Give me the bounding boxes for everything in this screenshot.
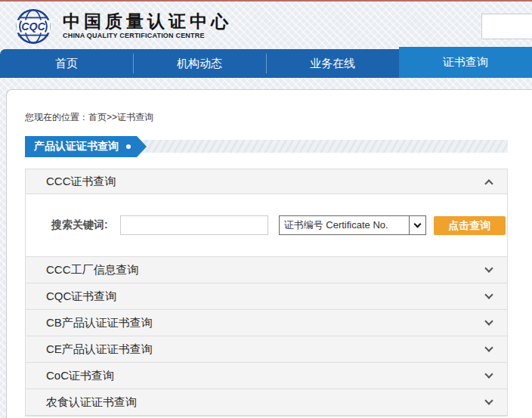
chevron-down-icon [484,370,493,378]
top-accent-line [0,0,532,2]
section-cqc-certificate[interactable]: CQC证书查询 [26,283,507,310]
section-label: CCC工厂信息查询 [46,263,486,277]
section-agrifood-certificate[interactable]: 农食认证证书查询 [26,389,507,416]
chevron-down-icon [484,343,493,351]
breadcrumb: 您现在的位置：首页>>证书查询 [25,111,153,124]
chevron-down-icon [484,290,493,299]
main-nav: 首页 机构动态 业务在线 证书查询 [0,49,532,78]
keyword-input[interactable] [120,215,268,235]
page: CQC 中国质量认证中心 CHINA QUALITY CERTIFICATION… [0,0,532,418]
section-label: CE产品认证证书查询 [46,342,486,357]
logo-text: CQC [21,20,45,33]
page-title-label: 产品认证证书查询 [34,140,119,153]
nav-item-news[interactable]: 机构动态 [133,49,266,78]
site-title: 中国质量认证中心 [63,12,232,30]
section-ccc-factory-info[interactable]: CCC工厂信息查询 [26,257,507,283]
chevron-down-icon [484,317,493,325]
keyword-label: 搜索关键词: [51,218,108,232]
content-panel: 您现在的位置：首页>>证书查询 产品认证证书查询 CCC证书查询 搜索关键词: … [6,89,532,418]
chevron-down-icon [413,221,421,228]
brand-block: 中国质量认证中心 CHINA QUALITY CERTIFICATION CEN… [63,8,232,39]
banner-arrow-icon [137,136,147,157]
section-ccc-certificate[interactable]: CCC证书查询 [26,169,507,194]
search-submit-button[interactable]: 点击查询 [434,216,506,235]
section-cb-certificate[interactable]: CB产品认证证书查询 [26,310,507,336]
banner-dot-icon [126,144,131,149]
header-search-box[interactable] [481,14,532,39]
cqc-globe-icon: CQC [14,8,52,45]
section-coc-certificate[interactable]: CoC证书查询 [26,363,507,389]
query-accordion: CCC证书查询 搜索关键词: 证书编号 Certificate No. 点击查询… [25,169,508,416]
ccc-search-form: 搜索关键词: 证书编号 Certificate No. 点击查询 [26,194,507,257]
nav-item-certificate-query[interactable]: 证书查询 [399,47,532,78]
page-title: 产品认证证书查询 [25,136,147,157]
nav-item-home[interactable]: 首页 [0,49,133,78]
logo-link[interactable]: CQC 中国质量认证中心 CHINA QUALITY CERTIFICATION… [14,8,232,45]
select-value: 证书编号 Certificate No. [280,218,409,232]
nav-item-online-business[interactable]: 业务在线 [266,49,399,78]
section-ce-certificate[interactable]: CE产品认证证书查询 [26,336,507,363]
banner-striped-track [120,140,508,153]
section-label: CB产品认证证书查询 [46,316,486,330]
section-label: CQC证书查询 [46,290,486,304]
chevron-down-icon [484,264,493,272]
section-label: CoC证书查询 [46,369,486,383]
select-arrow-box[interactable] [409,216,425,234]
chevron-down-icon [484,396,493,404]
site-subtitle: CHINA QUALITY CERTIFICATION CENTRE [63,32,232,39]
section-label: 农食认证证书查询 [46,395,486,410]
chevron-up-icon [484,179,493,187]
section-label: CCC证书查询 [46,175,486,189]
certificate-type-select[interactable]: 证书编号 Certificate No. [279,215,426,235]
